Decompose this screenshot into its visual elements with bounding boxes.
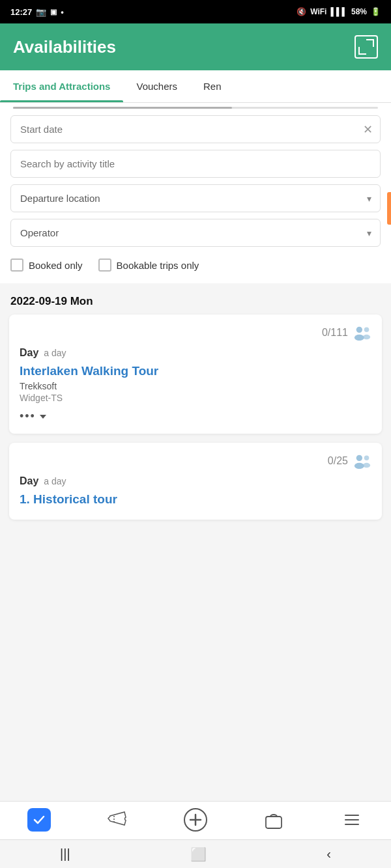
caret-down-icon-1 (40, 415, 46, 419)
status-bar: 12:27 📷 ▣ • 🔇 WiFi ▌▌▌ 58% 🔋 (0, 0, 391, 23)
card-more-button-1[interactable]: ••• (20, 410, 371, 423)
camera-icon: 📷 (36, 7, 46, 17)
activity-card-1: 0/111 Day a day Interlaken Walking Tour … (9, 315, 382, 434)
svg-point-7 (363, 463, 370, 468)
status-left: 12:27 📷 ▣ • (10, 7, 64, 17)
tab-trips-attractions[interactable]: Trips and Attractions (0, 70, 123, 102)
card-widget-1: Widget-TS (20, 393, 371, 403)
operator-select[interactable]: Operator (10, 219, 381, 247)
expand-button[interactable] (355, 35, 378, 59)
bottom-nav (0, 801, 391, 839)
scroll-pill[interactable] (387, 192, 391, 225)
svg-point-6 (364, 456, 369, 460)
nav-item-check[interactable] (0, 808, 78, 832)
status-right: 🔇 WiFi ▌▌▌ 58% 🔋 (297, 7, 381, 16)
filters-panel: ✕ Departure location ▾ Operator ▾ Booked… (0, 109, 391, 283)
nav-item-bag[interactable] (235, 808, 313, 832)
booked-only-box (10, 259, 23, 272)
operator-wrapper: Operator ▾ (10, 219, 381, 247)
bag-icon (262, 808, 285, 832)
svg-point-0 (356, 327, 362, 333)
clear-date-button[interactable]: ✕ (363, 124, 373, 135)
card-operator-1: Trekksoft (20, 381, 371, 391)
sim-icon: ▣ (50, 8, 57, 16)
android-recent-button[interactable]: ||| (60, 847, 70, 861)
android-nav-bar: ||| ⬜ ‹ (0, 839, 391, 868)
page-title: Availabilities (13, 37, 116, 57)
ticket-icon (106, 808, 129, 832)
capacity-2: 0/25 (328, 455, 348, 467)
svg-rect-12 (266, 817, 282, 828)
card-title-2[interactable]: 1. Historical tour (20, 492, 371, 507)
card-day-row-1: Day a day (20, 347, 371, 359)
card-day-1: Day (20, 347, 38, 359)
departure-select[interactable]: Departure location (10, 184, 381, 212)
battery-icon: 🔋 (371, 7, 381, 16)
card-title-1[interactable]: Interlaken Walking Tour (20, 364, 371, 378)
card-day-sublabel-1: a day (44, 348, 66, 358)
dots-icon-1: ••• (20, 410, 36, 423)
battery-text: 58% (351, 7, 367, 16)
check-icon-inner (27, 808, 51, 832)
scroll-indicator (0, 103, 391, 109)
activity-card-2: 0/25 Day a day 1. Historical tour (9, 443, 382, 520)
nav-item-add[interactable] (156, 808, 235, 832)
bookable-only-label: Bookable trips only (117, 260, 199, 271)
svg-point-2 (364, 328, 369, 332)
svg-point-4 (356, 455, 362, 461)
card-day-row-2: Day a day (20, 475, 371, 487)
nav-item-tickets[interactable] (78, 808, 156, 832)
people-icon-2 (353, 453, 371, 469)
time: 12:27 (10, 7, 32, 17)
bookable-only-box (98, 259, 111, 272)
start-date-wrapper: ✕ (10, 115, 381, 143)
page-wrapper: 12:27 📷 ▣ • 🔇 WiFi ▌▌▌ 58% 🔋 Availabilit… (0, 0, 391, 585)
people-icon-1 (353, 325, 371, 341)
tab-rentals[interactable]: Ren (190, 70, 235, 102)
dot-icon: • (61, 7, 64, 17)
nav-item-menu[interactable] (313, 808, 391, 832)
search-wrapper (10, 150, 381, 178)
svg-point-1 (355, 335, 364, 341)
search-input[interactable] (10, 150, 381, 178)
card-day-2: Day (20, 475, 38, 487)
departure-wrapper: Departure location ▾ (10, 184, 381, 212)
tabs-bar: Trips and Attractions Vouchers Ren (0, 70, 391, 103)
booked-only-label: Booked only (29, 260, 83, 271)
wifi-icon: WiFi (310, 7, 326, 16)
capacity-1: 0/111 (322, 327, 348, 339)
add-icon (184, 808, 207, 832)
menu-icon (340, 808, 364, 832)
start-date-input[interactable] (10, 115, 381, 143)
bookable-only-checkbox[interactable]: Bookable trips only (98, 259, 199, 272)
checkboxes-row: Booked only Bookable trips only (10, 253, 381, 274)
card-day-sublabel-2: a day (44, 476, 66, 486)
date-header: 2022-09-19 Mon (0, 283, 391, 315)
tab-vouchers[interactable]: Vouchers (123, 70, 190, 102)
signal-icon: ▌▌▌ (330, 7, 347, 16)
app-header: Availabilities (0, 23, 391, 70)
check-icon (27, 808, 51, 832)
card-top-2: 0/25 (20, 453, 371, 469)
mute-icon: 🔇 (297, 7, 306, 16)
svg-point-5 (355, 463, 364, 469)
booked-only-checkbox[interactable]: Booked only (10, 259, 83, 272)
svg-point-3 (363, 335, 370, 339)
card-top-1: 0/111 (20, 325, 371, 341)
android-back-button[interactable]: ‹ (326, 847, 331, 861)
android-home-button[interactable]: ⬜ (190, 847, 207, 862)
